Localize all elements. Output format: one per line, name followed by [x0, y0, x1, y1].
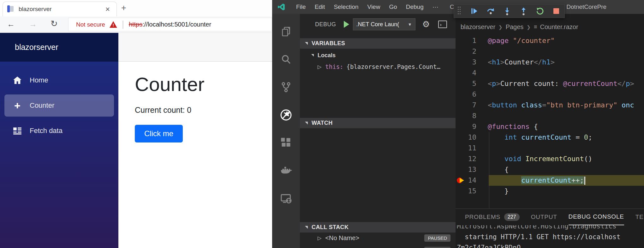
code-text: [476, 89, 644, 100]
code-text: int currentCount = 0;: [476, 132, 644, 143]
vscode-window: FileEditSelectionViewGoDebug··· Counter.…: [272, 0, 644, 248]
panel-tab-problems[interactable]: PROBLEMS227: [465, 209, 520, 225]
not-secure-label[interactable]: Not secure: [76, 21, 105, 28]
search-icon[interactable]: [280, 53, 292, 66]
drag-grip-icon[interactable]: [458, 7, 462, 15]
sidebar-item-home[interactable]: Home: [0, 71, 118, 89]
back-button[interactable]: ←: [7, 20, 15, 29]
forward-button[interactable]: →: [29, 20, 37, 29]
code-line[interactable]: 15 }: [456, 186, 644, 197]
razor-file-icon: ≡: [534, 24, 537, 30]
collapse-triangle-icon: [305, 42, 308, 45]
click-me-button[interactable]: Click me: [135, 125, 183, 142]
locals-row[interactable]: Locals: [300, 51, 456, 60]
breadcrumb-item[interactable]: blazorserver: [461, 23, 495, 31]
gutter-glyph-margin: [456, 57, 465, 68]
breadcrumb[interactable]: blazorserver❯Pages❯≡Counter.razor: [461, 23, 578, 31]
code-editor[interactable]: blazorserver❯Pages❯≡Counter.razor 1@page…: [456, 14, 644, 209]
line-number: 2: [465, 46, 476, 57]
menu-debug[interactable]: Debug: [402, 3, 428, 10]
step-out-icon[interactable]: [519, 7, 528, 15]
debug-sidebar-header: DEBUG .NET Core Laun( ▼ ⚙ ›: [300, 14, 456, 35]
code-text: {: [476, 164, 644, 175]
code-line[interactable]: 10 int currentCount = 0;: [456, 132, 644, 143]
launch-config-value: .NET Core Laun(: [356, 21, 399, 28]
app-brand[interactable]: blazorserver: [0, 33, 118, 62]
code-line[interactable]: 11: [456, 143, 644, 154]
more-menu-button[interactable]: ···: [428, 3, 443, 10]
collapse-triangle-icon: [305, 226, 308, 229]
code-token: >: [496, 80, 500, 88]
browser-tab[interactable]: blazorserver ✕: [3, 2, 117, 16]
launch-config-dropdown[interactable]: .NET Core Laun( ▼: [353, 18, 415, 30]
restart-icon[interactable]: [535, 7, 544, 15]
docker-icon[interactable]: [280, 164, 292, 177]
menu-file[interactable]: File: [292, 3, 310, 10]
code-line[interactable]: 4: [456, 68, 644, 78]
code-line[interactable]: 13 {: [456, 164, 644, 175]
code-token: class: [521, 101, 542, 109]
call-stack-frame[interactable]: ▷<No Name>PAUSED: [300, 245, 456, 248]
line-number: 10: [465, 132, 476, 143]
sidebar-item-counter[interactable]: +Counter: [4, 94, 114, 117]
files-icon[interactable]: [280, 25, 292, 38]
console-line: Microsoft.AspNetCore.Hosting.Diagnostics: [457, 225, 644, 232]
panel-tab-terminal[interactable]: TERMINAL: [635, 209, 644, 225]
menu-edit[interactable]: Edit: [310, 3, 330, 10]
url-text[interactable]: https://localhost:5001/counter: [129, 21, 211, 28]
code-line[interactable]: 2: [456, 46, 644, 57]
start-debug-icon[interactable]: [344, 21, 349, 28]
step-over-icon[interactable]: [486, 7, 495, 15]
code-token: int: [504, 133, 517, 141]
code-token: </: [617, 80, 626, 88]
line-number: 1: [465, 35, 476, 46]
code-token: }: [488, 187, 509, 195]
gear-icon[interactable]: ⚙: [422, 19, 430, 29]
code-line[interactable]: 9@functions {: [456, 121, 644, 132]
call-stack-frame[interactable]: ▷<No Name>PAUSED: [300, 233, 456, 243]
variables-section-header[interactable]: VARIABLES: [300, 38, 456, 49]
new-tab-button[interactable]: +: [121, 3, 126, 13]
code-line[interactable]: 6: [456, 89, 644, 100]
remote-explorer-icon[interactable]: [280, 192, 292, 205]
code-text: currentCount++;: [476, 175, 644, 186]
code-line[interactable]: 12 void IncrementCount(): [456, 154, 644, 164]
code-token: onc: [622, 101, 634, 109]
gutter-glyph-margin: [456, 111, 465, 121]
code-line[interactable]: 3<h1>Counter</h1>: [456, 57, 644, 68]
app-top-row: [118, 33, 272, 62]
watch-section-header[interactable]: WATCH: [300, 118, 456, 128]
stop-icon[interactable]: [552, 7, 561, 15]
refresh-button[interactable]: ↻: [51, 19, 58, 29]
menu-selection[interactable]: Selection: [329, 3, 363, 10]
breakpoint-current-icon[interactable]: [456, 175, 465, 186]
gutter-glyph-margin: [456, 132, 465, 143]
extensions-icon[interactable]: [280, 136, 292, 149]
panel-tab-debug-console[interactable]: DEBUG CONSOLE: [569, 209, 624, 225]
debug-icon[interactable]: [280, 109, 292, 121]
blazor-app: blazorserver Home+CounterFetch data Coun…: [0, 33, 272, 248]
breadcrumb-item[interactable]: Pages: [506, 23, 524, 31]
panel-tab-output[interactable]: OUTPUT: [531, 209, 557, 225]
sidebar-item-fetch-data[interactable]: Fetch data: [0, 122, 118, 140]
code-line[interactable]: 1@page "/counter": [456, 35, 644, 46]
menu-go[interactable]: Go: [385, 3, 401, 10]
code-line[interactable]: 5<p>Current count: @currentCount</p>: [456, 78, 644, 89]
frame-name: <No Name>: [325, 234, 359, 242]
code-line[interactable]: 14 currentCount++;: [456, 175, 644, 186]
this-variable-row[interactable]: ▷ this: {blazorserver.Pages.Count…: [300, 62, 456, 71]
code-token: @currentCount: [563, 80, 617, 88]
code-line[interactable]: 7<button class="btn btn-primary" onc: [456, 100, 644, 111]
source-control-icon[interactable]: [280, 81, 292, 94]
continue-icon[interactable]: [470, 7, 479, 15]
address-bar[interactable]: Not secure ! https://localhost:5001/coun…: [68, 18, 272, 31]
debug-console-icon[interactable]: ›: [438, 21, 447, 28]
gutter-glyph-margin: [456, 78, 465, 89]
step-into-icon[interactable]: [503, 7, 511, 15]
breadcrumb-item[interactable]: Counter.razor: [540, 23, 578, 31]
menu-view[interactable]: View: [363, 3, 385, 10]
tab-close-icon[interactable]: ✕: [103, 5, 112, 14]
call-stack-section-header[interactable]: CALL STACK: [300, 222, 456, 233]
code-line[interactable]: 8: [456, 111, 644, 121]
debug-console-output[interactable]: Microsoft.AspNetCore.Hosting.Diagnostics…: [457, 225, 644, 248]
